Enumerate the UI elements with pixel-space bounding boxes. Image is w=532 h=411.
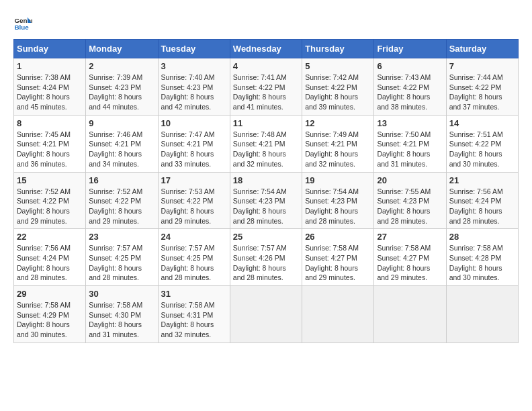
day-cell: 13 Sunrise: 7:50 AMSunset: 4:21 PMDaylig… bbox=[374, 115, 446, 172]
day-number: 6 bbox=[377, 61, 443, 71]
day-info: Sunrise: 7:43 AMSunset: 4:22 PMDaylight:… bbox=[377, 73, 431, 111]
day-cell: 22 Sunrise: 7:56 AMSunset: 4:24 PMDaylig… bbox=[14, 229, 86, 286]
day-info: Sunrise: 7:52 AMSunset: 4:22 PMDaylight:… bbox=[89, 187, 142, 225]
day-number: 28 bbox=[449, 232, 515, 242]
day-number: 1 bbox=[17, 61, 83, 71]
day-number: 25 bbox=[233, 232, 299, 242]
week-row-3: 15 Sunrise: 7:52 AMSunset: 4:22 PMDaylig… bbox=[14, 172, 519, 229]
day-number: 9 bbox=[89, 118, 154, 128]
day-cell: 31 Sunrise: 7:58 AMSunset: 4:31 PMDaylig… bbox=[158, 286, 230, 343]
col-header-wednesday: Wednesday bbox=[230, 40, 302, 58]
col-header-monday: Monday bbox=[86, 40, 158, 58]
week-row-5: 29 Sunrise: 7:58 AMSunset: 4:29 PMDaylig… bbox=[14, 286, 519, 343]
day-cell bbox=[446, 286, 518, 343]
day-info: Sunrise: 7:53 AMSunset: 4:22 PMDaylight:… bbox=[161, 187, 215, 225]
day-cell: 15 Sunrise: 7:52 AMSunset: 4:22 PMDaylig… bbox=[14, 172, 86, 229]
day-cell: 23 Sunrise: 7:57 AMSunset: 4:25 PMDaylig… bbox=[86, 229, 158, 286]
day-info: Sunrise: 7:41 AMSunset: 4:22 PMDaylight:… bbox=[233, 73, 287, 111]
day-number: 23 bbox=[89, 232, 154, 242]
day-cell: 11 Sunrise: 7:48 AMSunset: 4:21 PMDaylig… bbox=[230, 115, 302, 172]
calendar-table: SundayMondayTuesdayWednesdayThursdayFrid… bbox=[13, 39, 519, 343]
day-cell: 14 Sunrise: 7:51 AMSunset: 4:22 PMDaylig… bbox=[446, 115, 518, 172]
day-number: 16 bbox=[89, 175, 154, 185]
day-number: 10 bbox=[161, 118, 227, 128]
header-row: SundayMondayTuesdayWednesdayThursdayFrid… bbox=[14, 40, 519, 58]
day-cell: 28 Sunrise: 7:58 AMSunset: 4:28 PMDaylig… bbox=[446, 229, 518, 286]
day-cell: 8 Sunrise: 7:45 AMSunset: 4:21 PMDayligh… bbox=[14, 115, 86, 172]
day-number: 30 bbox=[89, 289, 154, 299]
day-cell: 26 Sunrise: 7:58 AMSunset: 4:27 PMDaylig… bbox=[302, 229, 374, 286]
svg-text:Blue: Blue bbox=[14, 24, 29, 31]
day-number: 20 bbox=[377, 175, 443, 185]
day-number: 19 bbox=[305, 175, 371, 185]
day-cell: 24 Sunrise: 7:57 AMSunset: 4:25 PMDaylig… bbox=[158, 229, 230, 286]
day-info: Sunrise: 7:57 AMSunset: 4:25 PMDaylight:… bbox=[89, 244, 142, 281]
col-header-saturday: Saturday bbox=[446, 40, 518, 58]
day-info: Sunrise: 7:57 AMSunset: 4:26 PMDaylight:… bbox=[233, 244, 287, 281]
day-number: 11 bbox=[233, 118, 299, 128]
day-cell: 19 Sunrise: 7:54 AMSunset: 4:23 PMDaylig… bbox=[302, 172, 374, 229]
day-number: 14 bbox=[449, 118, 515, 128]
week-row-4: 22 Sunrise: 7:56 AMSunset: 4:24 PMDaylig… bbox=[14, 229, 519, 286]
day-cell: 21 Sunrise: 7:56 AMSunset: 4:24 PMDaylig… bbox=[446, 172, 518, 229]
day-info: Sunrise: 7:39 AMSunset: 4:23 PMDaylight:… bbox=[89, 73, 142, 111]
day-cell: 12 Sunrise: 7:49 AMSunset: 4:21 PMDaylig… bbox=[302, 115, 374, 172]
day-number: 18 bbox=[233, 175, 299, 185]
day-info: Sunrise: 7:58 AMSunset: 4:28 PMDaylight:… bbox=[449, 244, 503, 281]
day-cell: 4 Sunrise: 7:41 AMSunset: 4:22 PMDayligh… bbox=[230, 58, 302, 116]
day-number: 13 bbox=[377, 118, 443, 128]
day-cell: 2 Sunrise: 7:39 AMSunset: 4:23 PMDayligh… bbox=[86, 58, 158, 116]
day-info: Sunrise: 7:57 AMSunset: 4:25 PMDaylight:… bbox=[161, 244, 215, 281]
day-cell bbox=[374, 286, 446, 343]
day-number: 4 bbox=[233, 61, 299, 71]
day-cell: 27 Sunrise: 7:58 AMSunset: 4:27 PMDaylig… bbox=[374, 229, 446, 286]
logo: General Blue bbox=[13, 13, 32, 32]
day-cell: 1 Sunrise: 7:38 AMSunset: 4:24 PMDayligh… bbox=[14, 58, 86, 116]
col-header-sunday: Sunday bbox=[14, 40, 86, 58]
day-info: Sunrise: 7:51 AMSunset: 4:22 PMDaylight:… bbox=[449, 130, 503, 168]
day-number: 5 bbox=[305, 61, 371, 71]
day-info: Sunrise: 7:42 AMSunset: 4:22 PMDaylight:… bbox=[305, 73, 359, 111]
day-cell: 16 Sunrise: 7:52 AMSunset: 4:22 PMDaylig… bbox=[86, 172, 158, 229]
day-info: Sunrise: 7:47 AMSunset: 4:21 PMDaylight:… bbox=[161, 130, 215, 168]
day-info: Sunrise: 7:58 AMSunset: 4:27 PMDaylight:… bbox=[305, 244, 359, 281]
day-cell: 18 Sunrise: 7:54 AMSunset: 4:23 PMDaylig… bbox=[230, 172, 302, 229]
day-info: Sunrise: 7:58 AMSunset: 4:30 PMDaylight:… bbox=[89, 301, 142, 338]
day-number: 22 bbox=[17, 232, 83, 242]
day-info: Sunrise: 7:46 AMSunset: 4:21 PMDaylight:… bbox=[89, 130, 142, 168]
header: General Blue bbox=[13, 13, 519, 32]
week-row-1: 1 Sunrise: 7:38 AMSunset: 4:24 PMDayligh… bbox=[14, 58, 519, 116]
day-info: Sunrise: 7:52 AMSunset: 4:22 PMDaylight:… bbox=[17, 187, 71, 225]
logo-icon: General Blue bbox=[13, 13, 32, 32]
day-info: Sunrise: 7:58 AMSunset: 4:27 PMDaylight:… bbox=[377, 244, 431, 281]
col-header-friday: Friday bbox=[374, 40, 446, 58]
day-cell: 9 Sunrise: 7:46 AMSunset: 4:21 PMDayligh… bbox=[86, 115, 158, 172]
day-cell: 17 Sunrise: 7:53 AMSunset: 4:22 PMDaylig… bbox=[158, 172, 230, 229]
day-info: Sunrise: 7:58 AMSunset: 4:31 PMDaylight:… bbox=[161, 301, 215, 338]
day-info: Sunrise: 7:38 AMSunset: 4:24 PMDaylight:… bbox=[17, 73, 71, 111]
day-info: Sunrise: 7:56 AMSunset: 4:24 PMDaylight:… bbox=[449, 187, 503, 225]
day-info: Sunrise: 7:44 AMSunset: 4:22 PMDaylight:… bbox=[449, 73, 503, 111]
day-number: 26 bbox=[305, 232, 371, 242]
day-cell: 6 Sunrise: 7:43 AMSunset: 4:22 PMDayligh… bbox=[374, 58, 446, 116]
day-cell: 7 Sunrise: 7:44 AMSunset: 4:22 PMDayligh… bbox=[446, 58, 518, 116]
day-cell: 20 Sunrise: 7:55 AMSunset: 4:23 PMDaylig… bbox=[374, 172, 446, 229]
day-number: 7 bbox=[449, 61, 515, 71]
day-info: Sunrise: 7:45 AMSunset: 4:21 PMDaylight:… bbox=[17, 130, 71, 168]
day-info: Sunrise: 7:54 AMSunset: 4:23 PMDaylight:… bbox=[233, 187, 287, 225]
day-info: Sunrise: 7:49 AMSunset: 4:21 PMDaylight:… bbox=[305, 130, 359, 168]
day-number: 15 bbox=[17, 175, 83, 185]
day-number: 12 bbox=[305, 118, 371, 128]
day-cell: 5 Sunrise: 7:42 AMSunset: 4:22 PMDayligh… bbox=[302, 58, 374, 116]
col-header-tuesday: Tuesday bbox=[158, 40, 230, 58]
day-number: 27 bbox=[377, 232, 443, 242]
day-cell: 25 Sunrise: 7:57 AMSunset: 4:26 PMDaylig… bbox=[230, 229, 302, 286]
day-number: 3 bbox=[161, 61, 227, 71]
day-number: 2 bbox=[89, 61, 154, 71]
day-info: Sunrise: 7:50 AMSunset: 4:21 PMDaylight:… bbox=[377, 130, 431, 168]
day-number: 17 bbox=[161, 175, 227, 185]
day-info: Sunrise: 7:58 AMSunset: 4:29 PMDaylight:… bbox=[17, 301, 71, 338]
day-number: 21 bbox=[449, 175, 515, 185]
day-cell: 10 Sunrise: 7:47 AMSunset: 4:21 PMDaylig… bbox=[158, 115, 230, 172]
day-cell bbox=[302, 286, 374, 343]
